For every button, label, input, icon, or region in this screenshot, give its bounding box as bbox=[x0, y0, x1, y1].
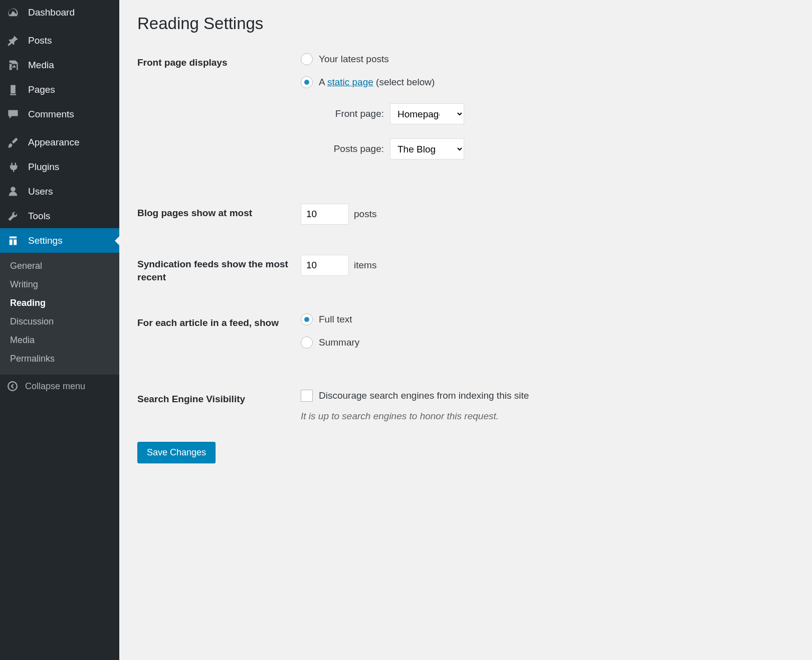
menu-label: Plugins bbox=[28, 161, 59, 173]
admin-sidebar: Dashboard Posts Media Pages Comments App… bbox=[0, 0, 119, 660]
syndication-input[interactable] bbox=[301, 255, 349, 276]
users-icon bbox=[7, 185, 21, 199]
menu-label: Settings bbox=[28, 235, 63, 246]
page-title: Reading Settings bbox=[137, 14, 794, 33]
separator bbox=[0, 126, 119, 130]
brush-icon bbox=[7, 135, 21, 149]
menu-appearance[interactable]: Appearance bbox=[0, 130, 119, 154]
settings-icon bbox=[7, 234, 21, 248]
menu-label: Appearance bbox=[28, 137, 79, 148]
comments-icon bbox=[7, 107, 21, 121]
radio-latest-posts[interactable] bbox=[301, 53, 313, 65]
full-text-label: Full text bbox=[319, 314, 352, 325]
submenu-media[interactable]: Media bbox=[0, 331, 119, 350]
summary-label: Summary bbox=[319, 337, 359, 348]
front-page-select[interactable]: Homepage bbox=[390, 103, 464, 124]
submenu-permalinks[interactable]: Permalinks bbox=[0, 350, 119, 368]
menu-label: Dashboard bbox=[28, 7, 75, 18]
row-syndication: Syndication feeds show the most recent i… bbox=[137, 255, 794, 283]
syndication-suffix: items bbox=[354, 260, 376, 271]
settings-submenu: General Writing Reading Discussion Media… bbox=[0, 253, 119, 374]
menu-label: Media bbox=[28, 60, 54, 71]
pin-icon bbox=[7, 34, 21, 48]
row-search-visibility: Search Engine Visibility Discourage sear… bbox=[137, 390, 794, 422]
blog-pages-suffix: posts bbox=[354, 209, 376, 220]
menu-plugins[interactable]: Plugins bbox=[0, 154, 119, 179]
posts-page-select[interactable]: The Blog bbox=[390, 138, 464, 159]
radio-full-text[interactable] bbox=[301, 313, 313, 325]
main-content: Reading Settings Front page displays You… bbox=[119, 0, 812, 660]
submenu-discussion[interactable]: Discussion bbox=[0, 312, 119, 331]
row-front-page: Front page displays Your latest posts A … bbox=[137, 53, 794, 174]
menu-users[interactable]: Users bbox=[0, 179, 119, 204]
menu-label: Pages bbox=[28, 84, 55, 95]
tools-icon bbox=[7, 209, 21, 223]
row-label: Syndication feeds show the most recent bbox=[137, 255, 301, 283]
row-label: Front page displays bbox=[137, 53, 301, 69]
row-feed-content: For each article in a feed, show Full te… bbox=[137, 313, 794, 360]
media-icon bbox=[7, 58, 21, 72]
separator bbox=[0, 25, 119, 28]
menu-settings[interactable]: Settings bbox=[0, 228, 119, 253]
collapse-icon bbox=[7, 381, 18, 392]
discourage-label: Discourage search engines from indexing … bbox=[319, 390, 529, 401]
submenu-general[interactable]: General bbox=[0, 257, 119, 275]
row-label: For each article in a feed, show bbox=[137, 313, 301, 329]
row-label: Blog pages show at most bbox=[137, 204, 301, 220]
checkbox-discourage[interactable] bbox=[301, 390, 313, 402]
menu-label: Users bbox=[28, 186, 53, 197]
menu-pages[interactable]: Pages bbox=[0, 77, 119, 102]
svg-point-0 bbox=[8, 382, 17, 391]
menu-tools[interactable]: Tools bbox=[0, 204, 119, 228]
posts-page-label: Posts page: bbox=[334, 143, 384, 154]
collapse-label: Collapse menu bbox=[25, 381, 85, 392]
menu-media[interactable]: Media bbox=[0, 53, 119, 77]
front-page-label: Front page: bbox=[335, 108, 384, 119]
radio-static-label: A static page (select below) bbox=[319, 77, 435, 88]
collapse-menu[interactable]: Collapse menu bbox=[0, 374, 119, 398]
submenu-writing[interactable]: Writing bbox=[0, 275, 119, 294]
blog-pages-input[interactable] bbox=[301, 204, 349, 225]
menu-label: Comments bbox=[28, 109, 74, 120]
radio-summary[interactable] bbox=[301, 337, 313, 349]
menu-posts[interactable]: Posts bbox=[0, 28, 119, 53]
menu-dashboard[interactable]: Dashboard bbox=[0, 0, 119, 25]
save-button[interactable]: Save Changes bbox=[137, 442, 216, 463]
static-page-link[interactable]: static page bbox=[327, 77, 373, 87]
radio-static-page[interactable] bbox=[301, 76, 313, 88]
menu-label: Posts bbox=[28, 35, 52, 46]
pages-icon bbox=[7, 83, 21, 97]
visibility-desc: It is up to search engines to honor this… bbox=[301, 411, 794, 422]
submenu-reading[interactable]: Reading bbox=[0, 294, 119, 312]
radio-latest-label: Your latest posts bbox=[319, 54, 389, 65]
plugin-icon bbox=[7, 160, 21, 174]
row-label: Search Engine Visibility bbox=[137, 390, 301, 406]
dashboard-icon bbox=[7, 6, 21, 20]
menu-comments[interactable]: Comments bbox=[0, 102, 119, 126]
menu-label: Tools bbox=[28, 211, 50, 222]
row-blog-pages: Blog pages show at most posts bbox=[137, 204, 794, 225]
